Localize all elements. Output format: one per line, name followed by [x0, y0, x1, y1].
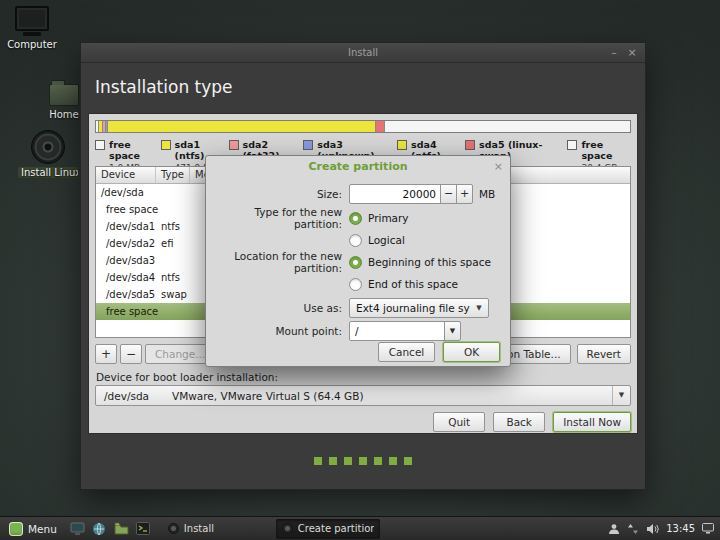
mount-point-dropdown-button[interactable]: ▼ [444, 321, 461, 341]
volume-icon[interactable] [646, 523, 659, 535]
progress-dot [389, 457, 397, 465]
terminal-icon[interactable] [135, 520, 152, 538]
back-button[interactable]: Back [493, 412, 545, 432]
radio-label: Primary [368, 212, 409, 224]
location-row-2: End of this space [214, 274, 502, 294]
clock[interactable]: 13:45 [666, 523, 695, 534]
cancel-button[interactable]: Cancel [378, 342, 435, 362]
legend-label: free space [109, 139, 161, 161]
size-input[interactable] [349, 184, 441, 204]
cell-type [156, 252, 190, 269]
cell-device: /dev/sda2 [96, 235, 156, 252]
taskbar-window-create-partition[interactable]: Create partition [276, 519, 380, 539]
bootloader-label: Device for boot loader installation: [96, 371, 278, 383]
cell-type [156, 303, 190, 320]
page-title: Installation type [95, 77, 233, 97]
cell-type: ntfs [156, 218, 190, 235]
revert-button[interactable]: Revert [577, 344, 631, 364]
partition-segment-sda5 [376, 121, 385, 132]
task-label: Install [184, 523, 214, 534]
legend-swatch [161, 140, 171, 150]
display-tray-icon[interactable] [702, 523, 714, 534]
minimize-button[interactable]: – [605, 43, 623, 63]
bootloader-device-dropdown[interactable]: /dev/sda VMware, VMware Virtual S (64.4 … [95, 385, 631, 406]
system-tray: 13:45 [608, 523, 720, 535]
radio-label: Logical [368, 234, 405, 246]
cell-device: /dev/sda1 [96, 218, 156, 235]
cell-device: free space [96, 201, 156, 218]
progress-dot [344, 457, 352, 465]
user-icon[interactable] [608, 523, 620, 535]
cell-device: /dev/sda3 [96, 252, 156, 269]
launcher-icons [69, 520, 152, 538]
window-title: Install [81, 43, 645, 63]
cell-device: free space [96, 303, 156, 320]
network-icon[interactable] [627, 523, 639, 535]
dialog-close-icon[interactable]: × [494, 156, 503, 178]
radio-primary[interactable]: Primary [349, 212, 409, 225]
bootloader-device: /dev/sda [104, 390, 162, 402]
legend-item: free space 1.0 MB [95, 139, 161, 163]
column-header-type[interactable]: Type [156, 167, 190, 183]
partition-segment-sda4 [108, 121, 377, 132]
quit-button[interactable]: Quit [433, 412, 485, 432]
desktop-icon-computer[interactable]: Computer [1, 6, 63, 50]
mount-point-label: Mount point: [214, 325, 342, 337]
radio-end[interactable]: End of this space [349, 278, 458, 291]
use-as-dropdown[interactable]: Ext4 journaling file system ▼ [349, 298, 489, 318]
progress-dot [404, 457, 412, 465]
dialog-titlebar[interactable]: Create partition × [206, 156, 510, 178]
size-unit: MB [479, 188, 495, 200]
window-titlebar[interactable]: Install – × [81, 43, 645, 63]
create-partition-dialog: Create partition × Size: − + MB Type for… [205, 155, 511, 367]
column-header-device[interactable]: Device [96, 167, 156, 183]
computer-icon [1, 6, 63, 36]
radio-unselected-icon [349, 278, 362, 291]
desktop-icon-install-linux-mint[interactable]: Install Linux Mint [17, 130, 79, 181]
task-label: Create partition [298, 523, 374, 534]
install-now-button[interactable]: Install Now [553, 412, 631, 432]
wizard-progress [81, 432, 645, 489]
dialog-buttons: Cancel OK [378, 342, 500, 362]
legend-swatch [397, 140, 407, 150]
size-decrement-button[interactable]: − [440, 184, 457, 204]
partition-bar [95, 120, 631, 133]
chevron-down-icon: ▼ [612, 386, 630, 405]
home-folder-icon [49, 84, 79, 106]
legend-swatch [95, 140, 105, 150]
type-label: Type for the new partition: [214, 206, 342, 230]
bootloader-device-description: VMware, VMware Virtual S (64.4 GB) [172, 390, 612, 402]
type-row-2: Logical [214, 230, 502, 250]
radio-beginning[interactable]: Beginning of this space [349, 256, 491, 269]
legend-swatch [303, 140, 313, 150]
use-as-label: Use as: [214, 302, 342, 314]
close-button[interactable]: × [623, 43, 641, 63]
desktop-icon-label: Computer [1, 39, 63, 50]
show-desktop-icon[interactable] [69, 520, 86, 538]
radio-unselected-icon [349, 234, 362, 247]
wizard-nav-buttons: Quit Back Install Now [433, 412, 631, 432]
legend-swatch [465, 140, 475, 150]
type-row: Type for the new partition: Primary [214, 208, 502, 228]
radio-logical[interactable]: Logical [349, 234, 405, 247]
taskbar-window-install[interactable]: Install [162, 519, 266, 539]
menu-button[interactable]: Menu [2, 519, 64, 539]
add-partition-button[interactable]: + [95, 344, 117, 364]
ok-button[interactable]: OK [443, 342, 500, 362]
legend-swatch [567, 140, 577, 150]
page-header: Installation type [81, 64, 645, 112]
size-increment-button[interactable]: + [456, 184, 473, 204]
installer-window-icon [282, 523, 293, 534]
cell-device: /dev/sda5 [96, 286, 156, 303]
use-as-row: Use as: Ext4 journaling file system ▼ [214, 298, 502, 318]
progress-dot [374, 457, 382, 465]
progress-dot [314, 457, 322, 465]
mount-point-input[interactable]: / [349, 321, 445, 341]
file-manager-icon[interactable] [113, 520, 130, 538]
mint-logo-icon [9, 522, 23, 536]
cell-device: /dev/sda4 [96, 269, 156, 286]
taskbar: Menu Install Create partition 13: [0, 516, 720, 540]
web-browser-icon[interactable] [91, 520, 108, 538]
radio-label: Beginning of this space [368, 256, 491, 268]
remove-partition-button[interactable]: − [120, 344, 142, 364]
